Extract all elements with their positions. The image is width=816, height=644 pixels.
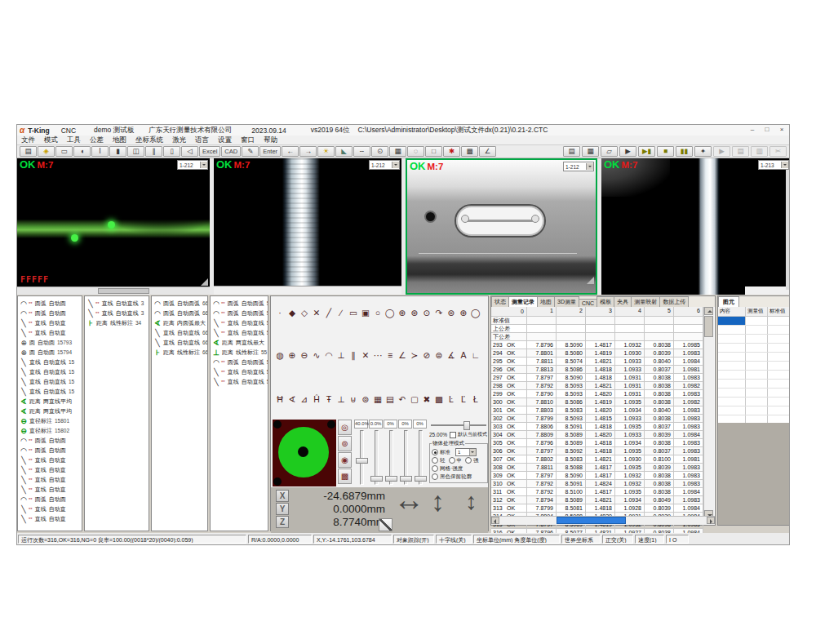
excel-export-button[interactable]: Excel bbox=[199, 146, 220, 157]
table-row[interactable]: 295OK7.88118.50741.48211.09330.80401.098… bbox=[491, 358, 703, 366]
table-row[interactable]: 294OK7.88018.50801.48191.09300.80391.098… bbox=[491, 349, 703, 358]
tool-icon[interactable]: ⊛ bbox=[409, 306, 420, 318]
element-row[interactable] bbox=[718, 344, 790, 353]
table-row[interactable]: 311OK7.87928.51001.48171.09350.80381.098… bbox=[491, 488, 703, 496]
feature-item[interactable]: ⊖直径标注15802 bbox=[18, 426, 82, 436]
light-channel-slider[interactable]: 0.0% bbox=[369, 420, 383, 486]
tool-icon[interactable]: ✕ bbox=[311, 306, 322, 318]
run-button[interactable]: ▶ bbox=[619, 146, 636, 157]
feature-item[interactable]: ╲直线自动直线66 bbox=[152, 328, 207, 338]
tool-icon[interactable]: ∿ bbox=[311, 349, 322, 361]
menu-item-文件[interactable]: 文件 bbox=[21, 135, 35, 145]
cad-export-button[interactable]: CAD bbox=[221, 146, 241, 157]
menu-item-帮助[interactable]: 帮助 bbox=[264, 135, 277, 145]
tool-icon[interactable]: ▩ bbox=[433, 393, 445, 405]
slider-thumb[interactable] bbox=[463, 421, 470, 430]
table-row[interactable]: 302OK7.87998.50931.48151.09330.80381.098… bbox=[491, 415, 703, 423]
tab-数据上传[interactable]: 数据上传 bbox=[659, 296, 689, 307]
axis-z-icon[interactable]: Z bbox=[276, 516, 289, 528]
tool-icon[interactable]: ⊚ bbox=[360, 393, 371, 405]
feature-item[interactable]: ╲直线自动直线15 bbox=[18, 377, 82, 387]
tab-element[interactable]: 图元 bbox=[718, 296, 739, 307]
element-row[interactable] bbox=[718, 326, 790, 335]
element-row[interactable] bbox=[718, 380, 790, 389]
feature-item[interactable]: ∢距离两直线最大 bbox=[211, 338, 268, 348]
slider-thumb[interactable] bbox=[415, 476, 427, 482]
feature-item[interactable]: ╲**直线自动直 bbox=[18, 318, 82, 328]
run-tool-button[interactable]: ✦ bbox=[694, 146, 712, 157]
table-row[interactable]: 305OK7.87968.50891.48181.09340.80381.098… bbox=[491, 439, 703, 447]
feature-item[interactable]: ⊦距离线性标注66 bbox=[152, 348, 207, 358]
radio-off-icon[interactable] bbox=[432, 465, 438, 472]
table-row[interactable]: 306OK7.87978.50921.48181.09350.80371.098… bbox=[491, 447, 703, 455]
feature-item[interactable]: ╲**直线自动直 bbox=[18, 455, 82, 465]
default-mode-checkbox[interactable] bbox=[450, 432, 456, 438]
light-channel-slider[interactable]: 0% bbox=[384, 420, 397, 486]
tool-icon[interactable]: ▣ bbox=[360, 306, 371, 318]
tool-icon[interactable]: ↷ bbox=[433, 306, 445, 318]
maximize-button[interactable]: □ bbox=[760, 126, 774, 135]
table-row[interactable]: 303OK7.88068.50911.48181.09350.80371.098… bbox=[491, 423, 703, 431]
menu-item-地图[interactable]: 地图 bbox=[113, 135, 126, 145]
element-row[interactable] bbox=[718, 353, 790, 362]
table-row[interactable]: 299OK7.87908.50931.48201.09310.80381.098… bbox=[491, 390, 703, 398]
tool-icon[interactable]: ⊜ bbox=[446, 306, 457, 318]
axis-reset-button[interactable] bbox=[379, 518, 392, 531]
slider-track[interactable] bbox=[419, 430, 423, 485]
new-part-button[interactable]: ◈ bbox=[38, 146, 55, 157]
menu-item-窗口[interactable]: 窗口 bbox=[241, 135, 255, 145]
tool-icon[interactable]: ⊕ bbox=[458, 306, 469, 318]
laser-cross-button[interactable]: ✱ bbox=[443, 146, 460, 157]
tool-icon[interactable]: ◠ bbox=[323, 349, 335, 361]
feature-item[interactable]: ╲**直线自动直 bbox=[18, 475, 82, 485]
table-row[interactable]: 304OK7.88098.50891.48201.09330.80391.098… bbox=[491, 431, 703, 439]
feature-item[interactable]: ╲**直线自动直线3 bbox=[85, 309, 149, 318]
close-button[interactable]: × bbox=[774, 126, 789, 135]
radio-on-icon[interactable] bbox=[432, 449, 438, 455]
edge-tool-button[interactable]: Ⅰ bbox=[91, 146, 109, 157]
vscroll-thumb[interactable] bbox=[704, 316, 713, 337]
tool-icon[interactable]: ⊍ bbox=[348, 393, 359, 405]
menu-item-公差[interactable]: 公差 bbox=[90, 135, 104, 145]
save-result-button[interactable]: ▤ bbox=[732, 146, 749, 157]
table-row[interactable]: 300OK7.88108.50861.48191.09350.80381.098… bbox=[491, 398, 703, 406]
table-row[interactable]: 307OK7.88028.50831.48211.09300.81001.098… bbox=[491, 455, 703, 464]
feature-item[interactable]: ◠**圆弧自动圆弧55 bbox=[211, 299, 268, 309]
feature-item[interactable]: ⊦距离线性标注34 bbox=[85, 318, 149, 328]
slider-track[interactable] bbox=[389, 430, 393, 485]
slider-thumb[interactable] bbox=[385, 476, 397, 482]
menu-item-语言[interactable]: 语言 bbox=[195, 135, 209, 145]
tool-icon[interactable]: ≡ bbox=[384, 349, 396, 361]
back-step-button[interactable]: ◁ bbox=[181, 146, 198, 157]
mode-select[interactable]: 1 bbox=[455, 448, 477, 456]
enter-button[interactable]: Enter bbox=[259, 146, 281, 157]
tool-icon[interactable]: ∡ bbox=[446, 349, 457, 361]
light-channel-slider[interactable]: 0% bbox=[398, 420, 412, 486]
feature-item[interactable]: ◠**圆弧自动圆 bbox=[18, 299, 82, 309]
tool-icon[interactable]: ◯ bbox=[470, 306, 481, 318]
jog-xy-icon[interactable]: ↔ bbox=[393, 482, 424, 517]
radio-off-icon[interactable] bbox=[432, 457, 438, 464]
table-row[interactable]: 308OK7.88118.50881.48171.09350.80391.098… bbox=[491, 464, 703, 472]
table-row[interactable]: 297OK7.87978.50901.48181.09310.80381.098… bbox=[491, 374, 703, 382]
feature-item[interactable]: ◠**圆弧自动圆 bbox=[18, 309, 82, 318]
feature-item[interactable]: ╲直线自动直线15 bbox=[18, 367, 82, 377]
tool-icon[interactable]: ∟ bbox=[470, 349, 481, 361]
tool-icon[interactable]: ○ bbox=[372, 306, 384, 318]
light-channel-slider[interactable]: 40.0% bbox=[354, 420, 368, 486]
tool-icon[interactable]: ◆ bbox=[286, 306, 298, 318]
tool-icon[interactable]: ≻ bbox=[409, 349, 420, 361]
tool-icon[interactable]: ⋯ bbox=[372, 349, 384, 361]
tool-icon[interactable]: ⊕ bbox=[286, 349, 298, 361]
tool-icon[interactable]: ▭ bbox=[348, 306, 359, 318]
tool-icon[interactable]: ⊕ bbox=[397, 306, 408, 318]
magnifier-button[interactable]: ⊙ bbox=[371, 146, 388, 157]
tool-icon[interactable]: ▦ bbox=[372, 393, 384, 405]
tab-地图[interactable]: 地图 bbox=[537, 296, 555, 307]
scroll-right-icon[interactable] bbox=[707, 517, 715, 524]
table-special-row[interactable]: 上公差 bbox=[491, 325, 703, 333]
annotate-button[interactable]: ✎ bbox=[242, 146, 259, 157]
tab-3D测量[interactable]: 3D测量 bbox=[554, 296, 579, 307]
feature-item[interactable]: ◠**圆弧自动圆 bbox=[18, 436, 82, 446]
tool-icon[interactable]: ∥ bbox=[348, 349, 359, 361]
